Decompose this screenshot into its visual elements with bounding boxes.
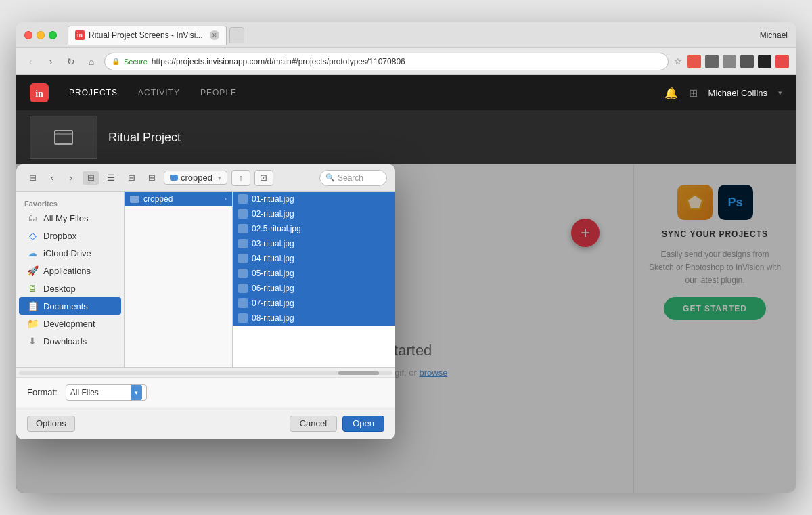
fp-options-button[interactable]: Options: [27, 416, 75, 432]
fp-file-025[interactable]: 02.5-ritual.jpg: [233, 221, 395, 236]
fp-file-07[interactable]: 07-ritual.jpg: [233, 296, 395, 311]
fp-files-panel: 01-ritual.jpg 02-ritual.jpg 02.5-ritual.…: [233, 192, 395, 367]
inactive-tab[interactable]: [229, 27, 244, 43]
browser-window: in Ritual Project Screens - InVisi... ✕ …: [16, 22, 796, 493]
fp-search-icon: 🔍: [325, 173, 335, 182]
tab-title: Ritual Project Screens - InVisi...: [89, 30, 203, 40]
fp-format-select[interactable]: All Files ▾: [66, 384, 147, 401]
all-files-icon: 🗂: [27, 212, 38, 223]
fp-right-buttons: Cancel Open: [290, 416, 384, 432]
fp-item-development[interactable]: 📁 Development: [19, 315, 121, 332]
apps-grid-icon[interactable]: ⊞: [689, 87, 698, 99]
fp-list-view-btn[interactable]: ☰: [103, 171, 119, 185]
fp-file-01[interactable]: 01-ritual.jpg: [233, 192, 395, 206]
fp-filename-02: 02-ritual.jpg: [252, 209, 294, 219]
applications-icon: 🚀: [27, 265, 38, 276]
fp-frame-btn[interactable]: ⊡: [254, 170, 273, 186]
nav-projects[interactable]: PROJECTS: [69, 88, 118, 97]
fp-column-view-btn[interactable]: ⊟: [123, 171, 139, 185]
ext-icon-4: [740, 55, 754, 68]
bookmark-icon[interactable]: ☆: [674, 56, 682, 66]
fp-item-label: Development: [43, 319, 95, 329]
fp-file-02[interactable]: 02-ritual.jpg: [233, 206, 395, 221]
fp-share-btn[interactable]: ↑: [231, 170, 250, 186]
address-bar-row: ‹ › ↻ ⌂ 🔒 Secure https://projects.invisi…: [16, 48, 796, 75]
fp-item-icloud[interactable]: ☁ iCloud Drive: [19, 244, 121, 262]
fp-search-box[interactable]: 🔍 Search: [319, 170, 387, 186]
active-tab[interactable]: in Ritual Project Screens - InVisi... ✕: [68, 26, 227, 45]
project-header: Ritual Project: [16, 110, 796, 164]
address-bar[interactable]: 🔒 Secure https://projects.invisionapp.co…: [104, 53, 669, 70]
fp-footer: Options Cancel Open: [16, 407, 395, 439]
fp-icon-view-btn[interactable]: ⊞: [83, 171, 99, 185]
url-text: https://projects.invisionapp.com/d/main#…: [152, 57, 661, 66]
file-icon-03: [238, 239, 248, 248]
fp-search-placeholder: Search: [338, 173, 363, 183]
fp-file-08[interactable]: 08-ritual.jpg: [233, 311, 395, 326]
desktop-icon: 🖥: [27, 283, 38, 294]
fp-item-all-files[interactable]: 🗂 All My Files: [19, 209, 121, 227]
ext-icon-2: [705, 55, 719, 68]
fp-path-selector[interactable]: cropped ▾: [164, 171, 227, 185]
notification-bell-icon[interactable]: 🔔: [664, 87, 678, 99]
main-content-area: Add some screens to get started Drag and…: [16, 164, 796, 493]
minimize-button[interactable]: [37, 31, 45, 39]
fp-scrollbar[interactable]: [16, 367, 395, 377]
nav-user-name[interactable]: Michael Collins: [708, 88, 767, 98]
lock-icon: 🔒: [112, 58, 120, 65]
fp-forward-btn[interactable]: ›: [64, 171, 78, 185]
fp-item-label: Downloads: [43, 336, 87, 346]
file-icon-02: [238, 209, 248, 219]
fp-file-05[interactable]: 05-ritual.jpg: [233, 266, 395, 281]
fp-gallery-view-btn[interactable]: ⊞: [143, 171, 160, 185]
tab-bar: in Ritual Project Screens - InVisi... ✕: [68, 26, 244, 45]
maximize-button[interactable]: [49, 31, 57, 39]
reload-button[interactable]: ↻: [64, 54, 78, 69]
fp-item-label: Applications: [43, 266, 91, 276]
traffic-lights: [24, 31, 57, 39]
fp-sidebar: Favorites 🗂 All My Files ◇ Dropbox: [16, 192, 125, 367]
ext-icon-5: [758, 55, 771, 68]
fp-path-name: cropped: [181, 173, 212, 183]
file-icon-01: [238, 194, 248, 204]
fp-file-03[interactable]: 03-ritual.jpg: [233, 236, 395, 251]
file-icon-04: [238, 254, 248, 263]
fp-item-dropbox[interactable]: ◇ Dropbox: [19, 227, 121, 244]
fp-item-desktop[interactable]: 🖥 Desktop: [19, 279, 121, 297]
fp-filename-08: 08-ritual.jpg: [252, 313, 294, 323]
nav-right: 🔔 ⊞ Michael Collins ▾: [664, 87, 782, 99]
fp-file-06[interactable]: 06-ritual.jpg: [233, 281, 395, 296]
fp-item-label: Desktop: [43, 284, 76, 294]
fp-sidebar-toggle[interactable]: ⊟: [24, 171, 41, 185]
fp-format-label: Format:: [27, 387, 58, 397]
fp-folder-item-cropped[interactable]: cropped ›: [125, 192, 232, 206]
fp-item-label: iCloud Drive: [43, 248, 91, 259]
fp-open-button[interactable]: Open: [342, 416, 384, 432]
file-picker-dialog: ⊟ ‹ › ⊞ ☰ ⊟ ⊞ cropped ▾: [16, 164, 395, 439]
home-button[interactable]: ⌂: [84, 54, 99, 69]
fp-item-label: Dropbox: [43, 231, 76, 241]
fp-item-downloads[interactable]: ⬇ Downloads: [19, 332, 121, 350]
fp-file-04[interactable]: 04-ritual.jpg: [233, 251, 395, 266]
nav-activity[interactable]: ACTIVITY: [138, 88, 180, 97]
downloads-icon: ⬇: [27, 336, 38, 346]
ext-icon-6: [775, 55, 789, 68]
user-dropdown-icon[interactable]: ▾: [778, 89, 782, 97]
nav-people[interactable]: PEOPLE: [200, 88, 237, 97]
file-picker-overlay: ⊟ ‹ › ⊞ ☰ ⊟ ⊞ cropped ▾: [16, 164, 796, 493]
forward-button[interactable]: ›: [43, 54, 58, 69]
dropbox-icon: ◇: [27, 230, 38, 241]
fp-filename-025: 02.5-ritual.jpg: [252, 224, 301, 233]
fp-toolbar: ⊟ ‹ › ⊞ ☰ ⊟ ⊞ cropped ▾: [16, 164, 395, 192]
fp-select-arrow-icon: ▾: [131, 385, 142, 400]
back-button[interactable]: ‹: [23, 54, 38, 69]
fp-item-applications[interactable]: 🚀 Applications: [19, 262, 121, 279]
fp-cancel-button[interactable]: Cancel: [290, 416, 337, 432]
tab-close-btn[interactable]: ✕: [210, 30, 219, 40]
file-icon-08: [238, 313, 248, 323]
fp-back-btn[interactable]: ‹: [45, 171, 60, 185]
file-icon-07: [238, 298, 248, 308]
close-button[interactable]: [24, 31, 32, 39]
fp-item-documents[interactable]: 📋 Documents: [19, 297, 121, 315]
path-chevron-icon: ▾: [218, 175, 221, 181]
